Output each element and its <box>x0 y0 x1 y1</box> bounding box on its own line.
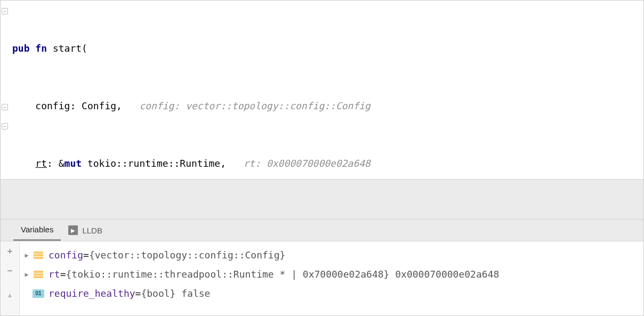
variable-value: {tokio::runtime::threadpool::Runtime * |… <box>66 265 500 284</box>
variables-tree[interactable]: ▶ config = {vector::topology::config::Co… <box>20 241 643 315</box>
fn-name: start( <box>53 43 87 54</box>
param-rt-c: tokio::runtime::Runtime, <box>82 158 226 169</box>
tab-lldb[interactable]: ▶ LLDB <box>61 220 110 241</box>
variables-toolbar: + − ▲ <box>1 241 20 315</box>
struct-icon <box>33 270 44 279</box>
variable-row[interactable]: ▶ config = {vector::topology::config::Co… <box>21 246 643 265</box>
expand-icon[interactable]: ▶ <box>21 265 33 284</box>
param-rt-b: : & <box>47 158 65 169</box>
remove-watch-button[interactable]: − <box>4 265 16 277</box>
variable-value: {vector::topology::config::Config} <box>89 246 285 265</box>
fold-icon[interactable]: − <box>2 104 8 110</box>
keyword-pub: pub <box>12 43 30 54</box>
tab-variables[interactable]: Variables <box>13 220 61 241</box>
tab-variables-label: Variables <box>21 225 53 234</box>
variable-name: require_healthy <box>49 284 135 303</box>
console-run-icon: ▶ <box>68 225 78 235</box>
keyword-mut: mut <box>65 158 82 169</box>
variable-row[interactable]: 01 require_healthy = {bool} false <box>21 284 643 303</box>
expand-icon[interactable]: ▶ <box>21 246 33 265</box>
param-config: config: Config, <box>35 100 122 111</box>
editor-gutter: − − − <box>1 1 10 179</box>
svg-rect-5 <box>34 276 43 278</box>
variable-name: rt <box>49 265 60 284</box>
code-editor[interactable]: − − − pub fn start( config: Config, conf… <box>1 1 643 179</box>
svg-rect-3 <box>34 271 43 273</box>
editor-debug-splitter[interactable] <box>1 179 643 220</box>
inline-hint-config: config: vector::topology::config::Config <box>139 100 370 111</box>
svg-rect-0 <box>34 252 43 254</box>
variable-row[interactable]: ▶ rt = {tokio::runtime::threadpool::Runt… <box>21 265 643 284</box>
fold-icon[interactable]: − <box>2 123 8 129</box>
code-content: pub fn start( config: Config, config: ve… <box>10 1 643 179</box>
inline-hint-rt: rt: 0x000070000e02a648 <box>244 158 371 169</box>
svg-rect-4 <box>34 273 43 276</box>
keyword-fn: fn <box>35 43 47 54</box>
debug-panel: + − ▲ ▶ config = {vector::topology::conf… <box>1 241 643 315</box>
debug-tool-tabs: Variables ▶ LLDB <box>1 220 643 241</box>
move-up-button[interactable]: ▲ <box>4 289 16 301</box>
svg-rect-2 <box>34 257 43 259</box>
primitive-icon: 01 <box>33 289 44 298</box>
param-rt-a: rt <box>35 158 47 169</box>
variable-value: {bool} false <box>141 284 210 303</box>
struct-icon <box>33 250 44 260</box>
fold-icon[interactable]: − <box>2 8 8 14</box>
add-watch-button[interactable]: + <box>4 246 16 257</box>
tab-lldb-label: LLDB <box>82 226 102 235</box>
variable-name: config <box>49 246 83 265</box>
svg-rect-1 <box>34 254 43 256</box>
